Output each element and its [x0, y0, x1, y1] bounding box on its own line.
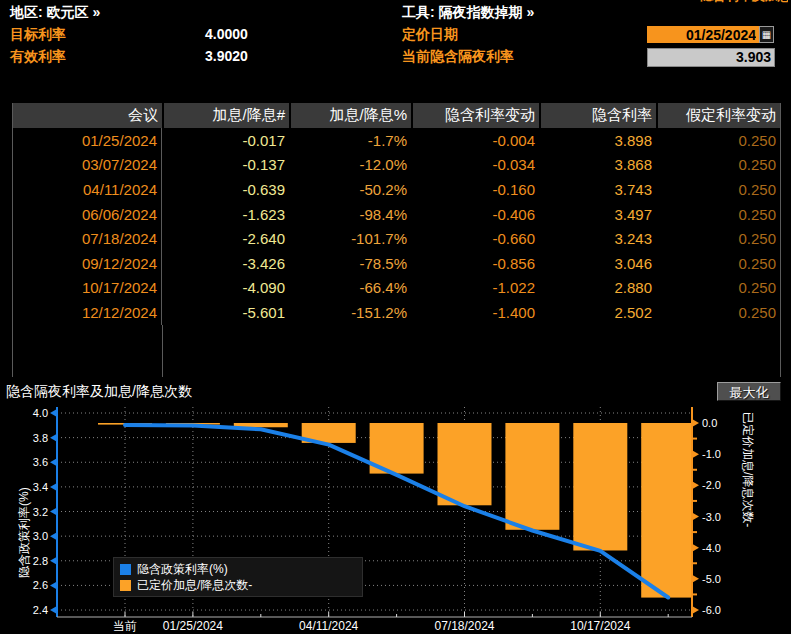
table-cell: 0.250 — [656, 181, 780, 198]
x-tick-label: 10/17/2024 — [570, 619, 630, 633]
left-tick-arrow — [50, 557, 57, 565]
left-tick-arrow — [50, 434, 57, 442]
bar-series-swatch — [120, 580, 131, 591]
table-cell: 01/25/2024 — [13, 128, 162, 153]
chart-legend: 隐含政策利率(%) 已定价加息/降息次数- — [113, 557, 363, 597]
chart-title: 隐含隔夜利率及加息/降息次数 — [6, 383, 192, 401]
cuts-priced-bar — [438, 423, 492, 505]
legend-label: 隐含政策利率(%) — [137, 561, 228, 578]
calendar-icon[interactable]: ▦ — [759, 26, 774, 43]
table-cell: 0.250 — [656, 132, 780, 149]
table-cell: -0.137 — [162, 156, 289, 173]
table-row: 12/12/2024-5.601-151.2%-1.4002.5020.250 — [13, 300, 780, 325]
table-cell: 3.868 — [539, 156, 656, 173]
left-tick-label: 4.0 — [33, 407, 48, 419]
left-tick-label: 3.6 — [33, 456, 48, 468]
right-tick-label: -1.0 — [702, 448, 721, 460]
x-tick-label: 04/11/2024 — [299, 619, 358, 633]
table-cell: -98.4% — [289, 206, 411, 223]
left-tick-arrow — [50, 606, 57, 614]
maximize-button[interactable]: 最大化 — [717, 382, 781, 401]
table-row: 01/25/2024-0.017-1.7%-0.0043.8980.250 — [13, 128, 780, 153]
legend-item-bar: 已定价加息/降息次数- — [120, 577, 356, 593]
right-axis-title: 已定价加息/降息次数- — [739, 412, 756, 527]
left-tick-label: 3.2 — [33, 506, 48, 518]
table-cell: -0.639 — [162, 181, 289, 198]
rate-table: 会议加息/降息#加息/降息%隐含利率变动隐含利率假定利率变动01/25/2024… — [12, 103, 781, 325]
table-row: 07/18/2024-2.640-101.7%-0.6603.2430.250 — [13, 226, 780, 251]
table-cell: -151.2% — [289, 304, 411, 321]
x-tick-label: 07/18/2024 — [434, 619, 494, 633]
table-cell: -0.660 — [411, 230, 539, 247]
target-rate-value: 4.0000 — [205, 26, 248, 42]
table-cell: 3.046 — [539, 255, 656, 272]
cuts-priced-bar — [505, 423, 559, 530]
right-tick-label: -5.0 — [702, 573, 721, 585]
table-cell: 0.250 — [656, 255, 780, 272]
left-tick-label: 2.6 — [33, 579, 48, 591]
current-implied-value: 3.903 — [647, 48, 775, 67]
tool-selector[interactable]: 工具: 隔夜指数掉期 » — [402, 4, 534, 22]
left-tick-arrow — [50, 483, 57, 491]
effective-rate-label: 有效利率 — [10, 48, 66, 66]
table-row: 09/12/2024-3.426-78.5%-0.8563.0460.250 — [13, 251, 780, 276]
table-cell: -0.406 — [411, 206, 539, 223]
table-cell: 3.898 — [539, 132, 656, 149]
x-tick-label: 当前 — [113, 619, 137, 633]
table-cell: -0.034 — [411, 156, 539, 173]
table-cell: -1.022 — [411, 279, 539, 296]
right-tick-arrow — [692, 606, 699, 614]
right-tick-label: -6.0 — [702, 604, 721, 616]
cuts-priced-bar — [641, 423, 691, 598]
table-cell: 07/18/2024 — [13, 226, 162, 251]
table-cell: -3.426 — [162, 255, 289, 272]
table-cell: -4.090 — [162, 279, 289, 296]
left-tick-arrow — [50, 458, 57, 466]
table-cell: 3.243 — [539, 230, 656, 247]
table-cell: 0.250 — [656, 206, 780, 223]
table-cell: 0.250 — [656, 230, 780, 247]
table-cell: -0.017 — [162, 132, 289, 149]
right-tick-label: -2.0 — [702, 479, 721, 491]
left-tick-arrow — [50, 508, 57, 516]
table-cell: -1.400 — [411, 304, 539, 321]
right-tick-arrow — [692, 513, 699, 521]
target-rate-label: 目标利率 — [10, 26, 66, 44]
region-selector[interactable]: 地区: 欧元区 » — [10, 4, 100, 22]
table-cell: -5.601 — [162, 304, 289, 321]
left-tick-label: 2.4 — [33, 604, 48, 616]
left-tick-label: 3.4 — [33, 481, 48, 493]
table-cell: -1.7% — [289, 132, 411, 149]
table-row: 03/07/2024-0.137-12.0%-0.0343.8680.250 — [13, 153, 780, 178]
right-tick-arrow — [692, 544, 699, 552]
pricing-date-input[interactable] — [647, 26, 759, 43]
table-cell: -0.004 — [411, 132, 539, 149]
table-row: 04/11/2024-0.639-50.2%-0.1603.7430.250 — [13, 177, 780, 202]
table-cell: 0.250 — [656, 279, 780, 296]
table-cell: -2.640 — [162, 230, 289, 247]
right-tick-arrow — [692, 450, 699, 458]
right-tick-label: 0.0 — [702, 417, 717, 429]
table-cell: 2.502 — [539, 304, 656, 321]
table-cell: 3.497 — [539, 206, 656, 223]
right-tick-arrow — [692, 419, 699, 427]
rate-chart: 4.03.83.63.43.23.02.82.62.40.0-1.0-2.0-3… — [0, 401, 791, 634]
left-tick-arrow — [50, 409, 57, 417]
column-header: 加息/降息# — [162, 103, 289, 128]
left-tick-arrow — [50, 581, 57, 589]
left-tick-label: 2.8 — [33, 555, 48, 567]
legend-item-line: 隐含政策利率(%) — [120, 561, 356, 577]
table-cell: -1.623 — [162, 206, 289, 223]
table-cell: 03/07/2024 — [13, 153, 162, 178]
left-tick-arrow — [50, 532, 57, 540]
left-tick-label: 3.0 — [33, 530, 48, 542]
legend-label: 已定价加息/降息次数- — [137, 577, 252, 594]
table-cell: -0.160 — [411, 181, 539, 198]
table-cell: 0.250 — [656, 304, 780, 321]
line-series-swatch — [120, 564, 131, 575]
effective-rate-value: 3.9020 — [205, 48, 248, 64]
column-header: 隐含利率变动 — [411, 103, 539, 128]
table-cell: -0.856 — [411, 255, 539, 272]
table-cell: 10/17/2024 — [13, 276, 162, 301]
right-tick-label: -4.0 — [702, 542, 721, 554]
